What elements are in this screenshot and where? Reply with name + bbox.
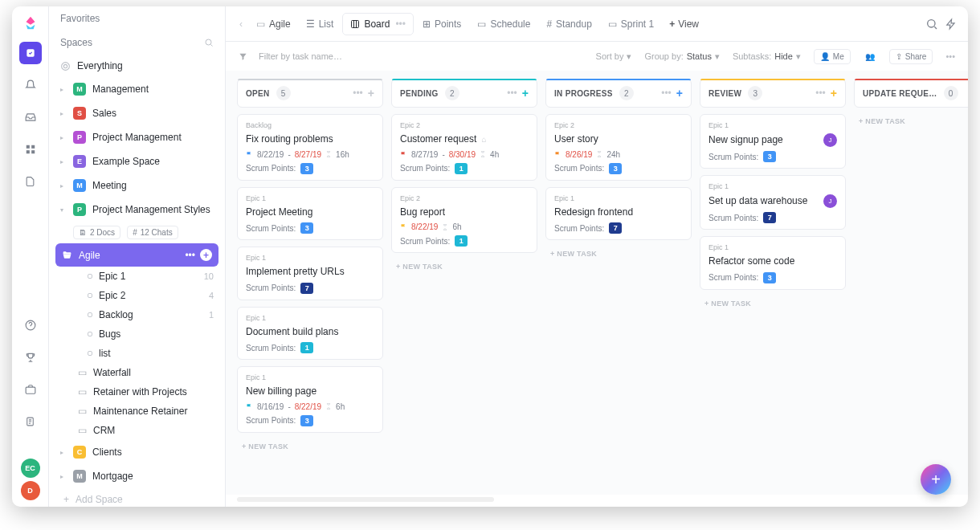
task-card[interactable]: Epic 1 Implement pretty URLs Scrum Point… xyxy=(237,247,383,300)
sidebar-favorites-header[interactable]: Favorites xyxy=(49,6,225,31)
folder-retainer[interactable]: ▭Retainer with Projects xyxy=(49,382,225,402)
automation-icon[interactable] xyxy=(942,15,960,33)
points-badge: 1 xyxy=(455,163,468,174)
card-meta: 8/22/196h xyxy=(400,222,529,231)
new-task-button[interactable]: + NEW TASK xyxy=(545,247,692,261)
card-title: Document build plans xyxy=(246,326,338,339)
new-task-button[interactable]: + NEW TASK xyxy=(391,259,537,274)
me-button[interactable]: 👤Me xyxy=(814,49,851,64)
horizontal-scrollbar[interactable] xyxy=(237,497,494,502)
task-card[interactable]: Backlog Fix routing problems 8/22/19-8/2… xyxy=(237,114,383,181)
task-card[interactable]: Epic 1 Set up data warehouseJ Scrum Poin… xyxy=(700,175,846,230)
group-by[interactable]: Group by: Status▾ xyxy=(644,51,720,62)
more-icon[interactable]: ••• xyxy=(185,250,195,261)
column-add-icon[interactable]: + xyxy=(522,87,529,100)
new-task-button[interactable]: + NEW TASK xyxy=(854,114,968,128)
rail-docs-icon[interactable] xyxy=(19,170,42,193)
card-title: Fix routing problems xyxy=(246,133,333,146)
space-mortgage[interactable]: ▸MMortgage xyxy=(49,464,225,488)
rail-home-icon[interactable] xyxy=(19,42,42,64)
points-label: Scrum Points: xyxy=(246,344,296,353)
folder-waterfall[interactable]: ▭Waterfall xyxy=(49,363,225,382)
assignee-avatar[interactable]: J xyxy=(823,194,837,208)
task-card[interactable]: Epic 1 New billing page 8/16/19-8/22/196… xyxy=(237,366,383,433)
filter-icon[interactable] xyxy=(239,52,247,61)
collapse-sidebar-icon[interactable]: ‹ xyxy=(234,17,248,31)
svg-rect-6 xyxy=(26,387,35,393)
folder-crm[interactable]: ▭CRM xyxy=(49,421,225,440)
add-space[interactable]: +Add Space xyxy=(49,488,225,507)
tab-points[interactable]: ⊞Points xyxy=(415,14,468,35)
sort-by[interactable]: Sort by▾ xyxy=(596,51,632,62)
task-card[interactable]: Epic 1 Redesign frontend Scrum Points:7 xyxy=(545,187,692,241)
space-management[interactable]: ▸MManagement xyxy=(49,77,225,101)
filter-input[interactable]: Filter by task name… xyxy=(259,51,342,61)
column-add-icon[interactable]: + xyxy=(831,87,837,100)
space-sales[interactable]: ▸SSales xyxy=(49,101,225,125)
list-backlog[interactable]: Backlog1 xyxy=(49,305,225,324)
svg-point-10 xyxy=(63,64,67,67)
tab-schedule[interactable]: ▭Schedule xyxy=(470,14,537,35)
rail-trophy-icon[interactable] xyxy=(19,346,42,369)
column-more-icon[interactable]: ••• xyxy=(815,88,826,99)
column-more-icon[interactable]: ••• xyxy=(507,88,517,99)
task-card[interactable]: Epic 2 User story 8/26/1924h Scrum Point… xyxy=(545,114,692,181)
share-button[interactable]: ⇪Share xyxy=(889,49,933,64)
assignee-avatar[interactable]: J xyxy=(823,133,837,147)
rail-notifications-icon[interactable] xyxy=(19,74,42,96)
list-list[interactable]: list xyxy=(49,344,225,363)
space-pms[interactable]: ▾PProject Management Styles xyxy=(49,198,225,222)
rail-inbox-icon[interactable] xyxy=(19,106,42,128)
folder-maintenance[interactable]: ▭Maintenance Retainer xyxy=(49,402,225,421)
tab-sprint1[interactable]: ▭Sprint 1 xyxy=(601,14,661,35)
tab-standup[interactable]: #Standup xyxy=(539,14,598,35)
folder-agile[interactable]: Agile ••• + xyxy=(55,243,218,267)
search-icon[interactable] xyxy=(204,38,214,47)
sidebar-everything[interactable]: Everything xyxy=(49,55,225,77)
column-more-icon[interactable]: ••• xyxy=(661,88,672,99)
list-epic2[interactable]: Epic 24 xyxy=(49,286,225,305)
rail-avatar-2[interactable]: D xyxy=(21,481,40,500)
tab-board[interactable]: Board••• xyxy=(342,13,414,35)
everything-icon xyxy=(60,61,71,71)
rail-help-icon[interactable] xyxy=(19,314,42,336)
add-icon[interactable]: + xyxy=(200,249,212,261)
priority-flag-icon xyxy=(400,223,407,230)
sidebar-spaces-header[interactable]: Spaces xyxy=(49,31,225,55)
folder-label: Maintenance Retainer xyxy=(93,406,187,417)
space-example[interactable]: ▸EExample Space xyxy=(49,149,225,173)
folder-icon: ▭ xyxy=(78,425,87,436)
rail-apps-icon[interactable] xyxy=(19,138,42,161)
date-sep: - xyxy=(288,150,290,159)
column-more-icon[interactable]: ••• xyxy=(353,88,363,99)
rail-briefcase-icon[interactable] xyxy=(19,378,42,401)
task-card[interactable]: Epic 1 Project Meeting Scrum Points:3 xyxy=(237,187,383,241)
fab-create-button[interactable]: + xyxy=(921,464,951,495)
tab-list[interactable]: ☰List xyxy=(299,14,341,35)
search-icon[interactable] xyxy=(923,15,941,33)
list-epic1[interactable]: Epic 110 xyxy=(49,267,225,286)
task-card[interactable]: Epic 2 Bug report 8/22/196h Scrum Points… xyxy=(391,187,537,254)
column-add-icon[interactable]: + xyxy=(368,87,374,100)
add-view-button[interactable]: +View xyxy=(663,15,705,33)
task-card[interactable]: Epic 1 Refactor some code Scrum Points:3 xyxy=(700,236,846,290)
assignees-button[interactable]: 👥 xyxy=(864,50,876,63)
task-card[interactable]: Epic 1 New signup pageJ Scrum Points:3 xyxy=(700,114,846,169)
rail-clipboard-icon[interactable] xyxy=(19,410,42,433)
space-project-management[interactable]: ▸PProject Management xyxy=(49,125,225,149)
new-task-button[interactable]: + NEW TASK xyxy=(237,439,383,454)
new-task-button[interactable]: + NEW TASK xyxy=(700,296,846,311)
space-clients[interactable]: ▸CClients xyxy=(49,440,225,464)
space-meeting[interactable]: ▸MMeeting xyxy=(49,173,225,198)
rail-avatar-1[interactable]: EC xyxy=(21,459,40,478)
list-bugs[interactable]: Bugs xyxy=(49,324,225,344)
task-card[interactable]: Epic 2 Customer request⌂ 8/27/19-8/30/19… xyxy=(391,114,537,181)
subtasks-toggle[interactable]: Subtasks: Hide▾ xyxy=(733,51,801,62)
more-icon[interactable]: ••• xyxy=(395,18,406,30)
chats-chip[interactable]: #12 Chats xyxy=(127,226,178,239)
more-icon[interactable]: ••• xyxy=(945,51,955,61)
docs-chip[interactable]: 🗎2 Docs xyxy=(73,226,120,239)
column-add-icon[interactable]: + xyxy=(676,87,683,100)
breadcrumb[interactable]: ▭Agile xyxy=(250,15,297,33)
task-card[interactable]: Epic 1 Document build plans Scrum Points… xyxy=(237,307,383,361)
